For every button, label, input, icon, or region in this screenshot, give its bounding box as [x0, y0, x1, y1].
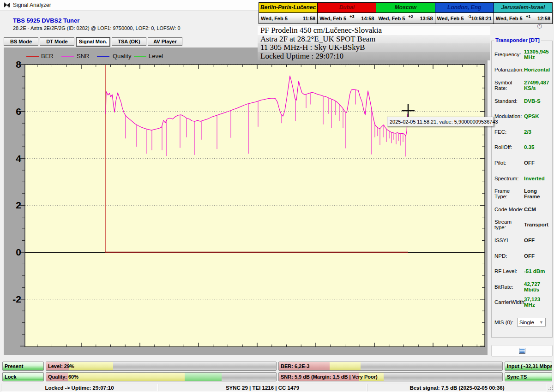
clock-city: Moscow — [376, 3, 434, 13]
tab-signal-mon-[interactable]: Signal Mon. — [76, 37, 110, 47]
meter-segment-green — [185, 373, 222, 381]
transponder-row: Code Mode: CCM — [494, 202, 551, 217]
tab-dt-mode[interactable]: DT Mode — [40, 37, 74, 46]
clock-card: Dubai Wed, Feb 5 +3 14:58 — [318, 3, 376, 24]
status-best-signal: Best signal: 7,5 dB (2025-02-05 00:36) — [367, 384, 547, 392]
transponder-label: ISSYI — [494, 238, 524, 243]
clock-time: 13:58 — [413, 16, 433, 21]
meter-segment-yellow — [68, 373, 185, 381]
transponder-value: 42,727 Mbit/s — [524, 281, 551, 292]
clock-city: Berlin-Paris-Lučenec — [259, 3, 317, 13]
indicator-present: Present — [2, 362, 44, 371]
transponder-value: 11305,945 MHz — [524, 49, 551, 60]
tuner-info: 28.2E - Astra 2E/2F/2G (ID: 0282) @ LOF1… — [13, 25, 181, 31]
clock-time-row: Wed, Feb 5 +3 14:58 — [318, 13, 376, 24]
indicator-sync-ts-label: Sync TS — [507, 373, 527, 381]
y-axis-label: 4 — [16, 153, 21, 164]
clock-time: 10:58:21 — [471, 16, 492, 21]
clock-city: London, Eng — [435, 3, 494, 13]
meter-snr-label: SNR: 5,9 dB (Margin: 1,5 dB | Very Poor) — [281, 373, 378, 381]
meter-quality-label: Quality: 60% — [48, 373, 78, 381]
mis-row: MIS (0): Single ▼ — [494, 318, 550, 327]
transponder-value: 37,123 MHz — [524, 297, 551, 308]
status-uptime: Locked -> Uptime: 29:07:10 — [1, 384, 158, 392]
legend-quality-swatch — [97, 56, 109, 57]
clock-date: Wed, Feb 5 — [261, 16, 288, 21]
app-icon — [4, 2, 10, 8]
transponder-title: Transponder [DT] — [494, 37, 541, 43]
transponder-value: Long Frame — [524, 188, 551, 199]
transponder-label: RF Level: — [494, 268, 524, 274]
transponder-value: QPSK — [524, 113, 539, 119]
transponder-value: Transport — [524, 222, 548, 227]
meter-segment-yellow — [69, 362, 113, 370]
clock-card: Berlin-Paris-Lučenec Wed, Feb 5 11:58 — [259, 3, 318, 24]
indicator-input-32-31-mbps--label: Input (~32,31 Mbps) — [507, 362, 552, 370]
transponder-label: Frequency: — [494, 52, 524, 57]
meter-ber-label: BER: 6,2E-3 — [281, 362, 309, 370]
clock-date: Wed, Feb 5 — [496, 16, 523, 21]
save-icon — [519, 348, 525, 354]
transponder-label: Symbol Rate: — [494, 80, 524, 91]
transponder-label: FEC: — [494, 129, 524, 135]
legend-level-label: Level — [149, 53, 163, 59]
transponder-label: BitRate: — [494, 284, 524, 290]
transponder-label: Stream type: — [494, 219, 524, 230]
legend-ber-swatch — [26, 56, 39, 57]
transponder-value: OFF — [524, 160, 535, 166]
save-button[interactable] — [491, 345, 553, 356]
transponder-panel: Transponder [DT] Frequency: 11305,945 MH… — [491, 41, 553, 338]
clock-time-row: Wed, Feb 5 11:58 — [259, 13, 317, 24]
legend-level-swatch — [134, 56, 146, 57]
clock-date: Wed, Feb 5 — [437, 16, 464, 21]
tab-av-player[interactable]: AV Player — [148, 37, 182, 46]
status-sync: SYNC 29 | TEI 1216 | CC 1479 — [158, 384, 367, 392]
indicator-input-32-31-mbps-: Input (~32,31 Mbps) — [505, 362, 552, 371]
transponder-row: RollOff: 0.35 — [494, 140, 551, 155]
transponder-value: 2/3 — [524, 129, 531, 135]
transponder-row: Spectrum: Inverted — [494, 171, 551, 186]
clock-time: 11:58 — [295, 16, 315, 21]
world-clocks: Berlin-Paris-Lučenec Wed, Feb 5 11:58 Du… — [259, 2, 553, 24]
transponder-label: Polarization: — [494, 67, 524, 72]
clock-time-row: Wed, Feb 5 +2 13:58 — [376, 13, 434, 24]
legend-snr-swatch — [61, 56, 74, 57]
feed-info-line: Locked Uptime : 29:07:10 — [258, 52, 490, 61]
mis-dropdown[interactable]: Single ▼ — [517, 318, 546, 327]
transponder-label: Code Mode: — [494, 207, 524, 212]
legend-snr-label: SNR — [77, 53, 89, 59]
transponder-rows: Frequency: 11305,945 MHzPolarization: Ho… — [494, 47, 551, 310]
transponder-row: Pilot: OFF — [494, 155, 551, 171]
feed-info-line: Astra 2F at 28.2°E_UK SPOT Beam — [258, 35, 490, 44]
clock-card: Jerusalem-Israel Wed, Feb 5 +1 12:58 — [494, 3, 552, 24]
y-axis-label: -2 — [12, 294, 21, 304]
transponder-value: 27499,487 KS/s — [524, 80, 551, 91]
transponder-value: OFF — [524, 253, 535, 259]
signal-chart[interactable]: 86420-2 — [4, 48, 488, 355]
meter-level: Level: 29% — [46, 362, 277, 371]
chart-legend: BERSNRQualityLevel — [4, 50, 281, 59]
transponder-row: CarrierWidth: 37,123 MHz — [494, 295, 551, 310]
transponder-label: NPD: — [494, 253, 524, 259]
tab-bs-mode[interactable]: BS Mode — [4, 37, 38, 46]
clock-city: Jerusalem-Israel — [494, 3, 552, 13]
chart-tooltip: 2025-02-05 11.58.21, value: 5,9000000953… — [387, 117, 494, 126]
clock-utc-offset: -1 — [464, 14, 471, 19]
transponder-label: RollOff: — [494, 144, 524, 150]
clock-time-row: Wed, Feb 5 +1 12:58 — [494, 13, 552, 24]
transponder-row: Polarization: Horizontal — [494, 62, 551, 78]
y-axis-label: 2 — [16, 200, 21, 210]
meter-segment-yellow — [330, 362, 361, 370]
feed-info-block: PF Prodelin 450 cm/Lučenec-Slovakia Astr… — [258, 26, 490, 60]
mis-value: Single — [519, 320, 534, 325]
transponder-value: Horizontal — [524, 67, 550, 72]
resize-grip[interactable] — [548, 386, 553, 390]
tab-tsa-ok-[interactable]: TSA (OK) — [112, 37, 146, 46]
mis-label: MIS (0): — [494, 320, 513, 325]
clock-time: 12:58 — [530, 16, 550, 21]
indicator-lock-label: Lock — [5, 373, 17, 381]
clock-utc-offset: +1 — [523, 14, 531, 19]
clock-date: Wed, Feb 5 — [319, 16, 346, 21]
transponder-value: DVB-S — [524, 98, 541, 104]
y-axis-label: 0 — [16, 247, 21, 257]
